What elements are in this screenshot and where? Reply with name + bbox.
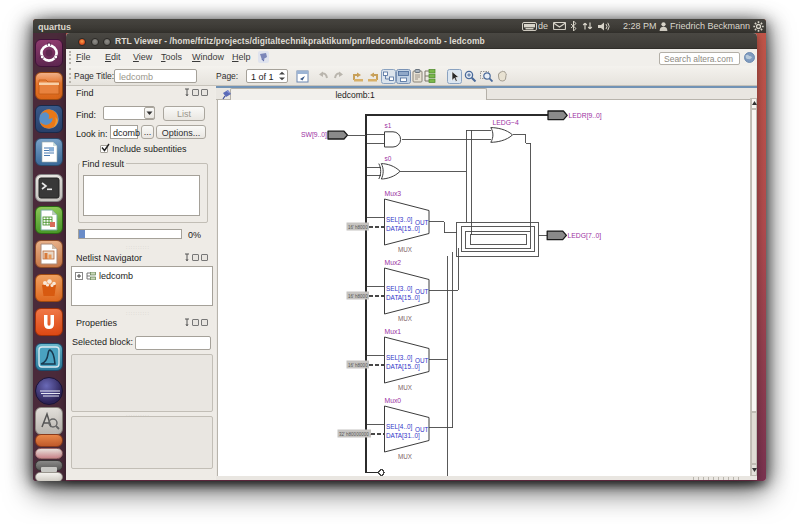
svg-text:Mux3: Mux3 bbox=[385, 190, 402, 197]
svg-text:16' h8000 --: 16' h8000 -- bbox=[348, 363, 372, 368]
svg-text:DATA[15..0]: DATA[15..0] bbox=[386, 294, 420, 302]
svg-text:SEL[3..0]: SEL[3..0] bbox=[386, 354, 413, 362]
svg-text:OUT: OUT bbox=[415, 357, 429, 364]
svg-text:DATA[15..0]: DATA[15..0] bbox=[386, 225, 420, 233]
svg-text:MUX: MUX bbox=[398, 246, 413, 253]
svg-text:SEL[4..0]: SEL[4..0] bbox=[386, 423, 413, 431]
svg-text:Mux1: Mux1 bbox=[385, 328, 402, 335]
svg-text:DATA[15..0]: DATA[15..0] bbox=[386, 363, 420, 371]
svg-text:SEL[3..0]: SEL[3..0] bbox=[386, 216, 413, 224]
svg-text:Mux0: Mux0 bbox=[385, 397, 402, 404]
svg-text:16' h8000 --: 16' h8000 -- bbox=[348, 225, 372, 230]
svg-text:DATA[31..0]: DATA[31..0] bbox=[386, 432, 420, 440]
svg-text:Mux2: Mux2 bbox=[385, 259, 402, 266]
svg-text:MUX: MUX bbox=[398, 315, 413, 322]
svg-text:OUT: OUT bbox=[415, 288, 429, 295]
svg-text:LEDG[7..0]: LEDG[7..0] bbox=[568, 232, 602, 240]
svg-text:SEL[3..0]: SEL[3..0] bbox=[386, 285, 413, 293]
svg-text:s0: s0 bbox=[385, 155, 392, 162]
svg-text:16' h8000 --: 16' h8000 -- bbox=[348, 294, 372, 299]
svg-text:MUX: MUX bbox=[398, 384, 413, 391]
svg-text:s1: s1 bbox=[385, 122, 392, 129]
svg-text:SW[9..0]: SW[9..0] bbox=[301, 131, 327, 139]
svg-text:LEDR[9..0]: LEDR[9..0] bbox=[569, 112, 602, 120]
svg-text:OUT: OUT bbox=[415, 426, 429, 433]
svg-text:32' h80000000 --: 32' h80000000 -- bbox=[339, 432, 373, 437]
svg-text:OUT: OUT bbox=[415, 219, 429, 226]
svg-text:LEDG−4: LEDG−4 bbox=[493, 119, 519, 126]
svg-text:MUX: MUX bbox=[398, 453, 413, 460]
